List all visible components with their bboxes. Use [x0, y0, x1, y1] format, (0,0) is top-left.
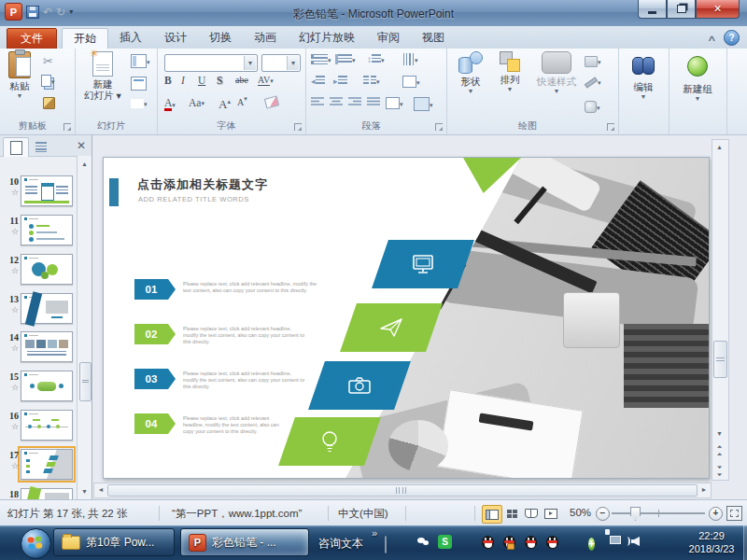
list-item-04[interactable]: 04 Please replace text, click add releva… — [134, 413, 286, 434]
antivirus-sphere-tray-icon[interactable]: + — [588, 535, 603, 550]
shrink-font-button[interactable]: A▾ — [237, 97, 247, 107]
align-text-button[interactable]: ▾ — [402, 76, 420, 88]
justify-button[interactable] — [367, 97, 380, 107]
help-icon[interactable]: ? — [724, 30, 740, 46]
paste-button[interactable]: 粘贴 ▼ — [2, 51, 37, 99]
slide-thumbnail-15[interactable]: 15☆ — [21, 371, 73, 401]
line-spacing-button[interactable]: ↕▾ — [367, 54, 385, 64]
align-right-button[interactable] — [348, 97, 361, 107]
edit-button[interactable]: 编辑 ▼ — [623, 51, 664, 100]
restore-button[interactable] — [667, 0, 696, 19]
network-tray-icon[interactable] — [610, 535, 625, 550]
shapes-button[interactable]: 形状 ▼ — [452, 51, 489, 94]
strikethrough-button[interactable]: abe — [235, 75, 248, 85]
list-item-02[interactable]: 02 Please replace text, click add releva… — [134, 324, 306, 344]
security-shield-tray-icon[interactable] — [567, 535, 582, 550]
change-case-button[interactable]: Aa▾ — [189, 97, 204, 108]
redo-icon[interactable]: ↻ — [56, 7, 65, 18]
new-slide-button[interactable]: 新建 幻灯片 ▾ — [80, 51, 125, 101]
quick-styles-button[interactable]: 快速样式 ▼ — [532, 51, 581, 94]
convert-smartart-button[interactable]: ▾ — [414, 97, 433, 111]
horizontal-scrollbar[interactable]: ◄ ► — [93, 483, 712, 498]
decrease-indent-button[interactable]: ◂ — [311, 76, 325, 86]
fit-to-window-button[interactable] — [726, 506, 742, 521]
arrange-button[interactable]: 排列 ▼ — [491, 51, 529, 92]
scroll-right-icon[interactable]: ► — [698, 483, 711, 496]
tab-outline[interactable] — [29, 137, 53, 156]
tab-insert[interactable]: 插入 — [108, 28, 153, 48]
layout-button[interactable]: ▾ — [131, 54, 150, 68]
slide-subtitle[interactable]: ADD RELATED TITLE WORDS — [138, 195, 249, 203]
scroll-down-icon[interactable]: ▼ — [78, 485, 91, 497]
list-item-01[interactable]: 01 Please replace text, click add releva… — [134, 279, 323, 300]
slide-thumbnail-16[interactable]: 16☆ — [21, 410, 73, 441]
zoom-slider-track[interactable] — [612, 512, 705, 514]
close-panel-icon[interactable]: ✕ — [77, 139, 86, 152]
tab-transitions[interactable]: 切换 — [198, 28, 243, 48]
format-painter-button[interactable] — [43, 97, 55, 109]
sogou-tray-icon[interactable]: S — [438, 535, 453, 550]
increase-indent-button[interactable]: ▸ — [333, 76, 347, 86]
powerpoint-app-icon[interactable]: P — [5, 3, 22, 21]
shape-fill-button[interactable]: ▾ — [585, 56, 601, 67]
zoom-out-button[interactable]: − — [596, 507, 610, 521]
clipboard-dialog-launcher[interactable] — [63, 123, 71, 131]
scroll-up-icon[interactable]: ▲ — [712, 141, 726, 153]
cut-button[interactable]: ✂ — [43, 54, 53, 68]
zoom-slider-thumb[interactable] — [630, 507, 641, 521]
zoom-level[interactable]: 50% — [570, 507, 591, 518]
show-desktop-button[interactable] — [743, 525, 747, 560]
tab-review[interactable]: 审阅 — [366, 28, 411, 48]
rainbow-tray-icon[interactable] — [459, 535, 474, 550]
character-spacing-button[interactable]: AV▾ — [258, 75, 274, 86]
slide-canvas[interactable]: 点击添加相关标题文字 ADD RELATED TITLE WORDS 01 Pl… — [103, 157, 710, 479]
font-size-combo[interactable] — [261, 54, 301, 72]
reading-view-button[interactable] — [522, 505, 541, 522]
tab-animations[interactable]: 动画 — [243, 28, 288, 48]
numbering-button[interactable]: ▾ — [335, 54, 356, 64]
save-icon[interactable] — [26, 6, 39, 19]
zoom-in-button[interactable]: + — [709, 507, 723, 521]
tab-file[interactable]: 文件 — [7, 28, 57, 49]
hscrollbar-thumb[interactable] — [107, 484, 698, 497]
start-button[interactable] — [21, 528, 51, 559]
wechat-tray-icon[interactable] — [416, 535, 430, 550]
thumbnails-scrollbar[interactable]: ▲ ▼ — [77, 156, 92, 499]
toolbar-chevron[interactable]: » — [372, 527, 377, 539]
icon-plate-paper-plane[interactable] — [340, 303, 443, 352]
undo-icon[interactable]: ↶ — [43, 7, 52, 18]
collapse-ribbon-icon[interactable]: ∧ — [707, 34, 717, 43]
drawing-dialog-launcher[interactable] — [607, 123, 614, 131]
vscrollbar-thumb[interactable] — [713, 341, 727, 378]
qat-customize-icon[interactable]: ▾ — [69, 7, 73, 16]
theme-name[interactable]: “第一PPT，www.1ppt.com” — [172, 507, 302, 521]
slide-sorter-button[interactable] — [502, 505, 521, 522]
scroll-up-icon[interactable]: ▲ — [78, 158, 91, 170]
shape-effects-button[interactable]: ▾ — [585, 101, 600, 113]
reset-button[interactable] — [131, 77, 147, 91]
slide-thumbnail-11[interactable]: 11☆ — [21, 215, 73, 245]
minimize-button[interactable] — [638, 0, 667, 19]
scroll-down-icon[interactable]: ▼ — [712, 427, 726, 440]
slide-thumbnail-10[interactable]: 10☆ — [21, 175, 73, 206]
tab-home[interactable]: 开始 — [62, 28, 108, 49]
slide-title[interactable]: 点击添加相关标题文字 — [137, 176, 268, 193]
taskbar-clock[interactable]: 22:29 2018/3/23 — [682, 529, 741, 555]
icon-plate-lightbulb[interactable] — [278, 417, 381, 466]
align-left-button[interactable] — [311, 97, 324, 107]
taskbar-toolbar-label[interactable]: 咨询文本 — [318, 536, 363, 552]
slide-thumbnail-18[interactable]: 18☆ — [21, 488, 73, 499]
tab-view[interactable]: 视图 — [411, 28, 456, 48]
vertical-scrollbar[interactable]: ▲ ▼ ⏶⏶ ⏷⏷ — [712, 139, 729, 481]
slide-thumbnail-13[interactable]: 13☆ — [21, 293, 73, 324]
copy-button[interactable]: ▾ — [41, 75, 55, 87]
slide-thumbnail-12[interactable]: 12☆ — [21, 254, 73, 285]
columns-button[interactable]: ▾ — [363, 76, 380, 86]
grow-font-button[interactable]: A▴ — [218, 97, 231, 112]
text-direction-button[interactable]: ▾ — [402, 54, 418, 64]
italic-button[interactable]: I — [181, 75, 185, 86]
icon-plate-monitor[interactable] — [372, 240, 474, 288]
font-dialog-launcher[interactable] — [294, 123, 302, 131]
scroll-left-icon[interactable]: ◄ — [94, 483, 107, 496]
slideshow-button[interactable] — [542, 505, 560, 522]
